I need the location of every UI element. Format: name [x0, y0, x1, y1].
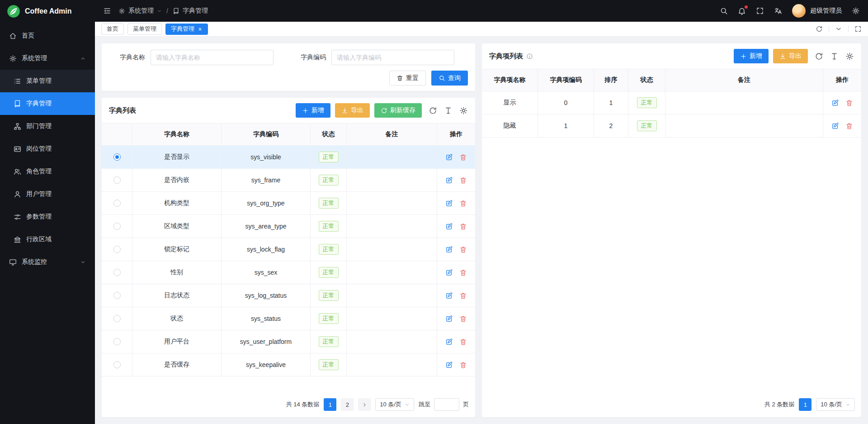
table-row[interactable]: 性别 sys_sex 正常	[102, 261, 475, 284]
settings-gear-icon[interactable]	[852, 7, 860, 15]
content-fullscreen-icon[interactable]	[854, 25, 862, 33]
edit-icon[interactable]	[445, 292, 453, 300]
breadcrumb-parent[interactable]: 系统管理	[128, 7, 154, 15]
edit-icon[interactable]	[445, 315, 453, 323]
table-row[interactable]: 显示 0 1 正常	[482, 91, 861, 114]
breadcrumb-current[interactable]: 字典管理	[183, 7, 208, 15]
table-row[interactable]: 状态 sys_status 正常	[102, 307, 475, 330]
tab-options-chevron-icon[interactable]	[835, 25, 842, 33]
edit-icon[interactable]	[445, 176, 453, 184]
sidebar-item-menu-mgmt[interactable]: 菜单管理	[0, 70, 95, 92]
table-row[interactable]: 用户平台 sys_user_platform 正常	[102, 330, 475, 353]
sidebar-item-role-mgmt[interactable]: 角色管理	[0, 160, 95, 183]
export-dict-button[interactable]: 导出	[335, 103, 370, 118]
sidebar-group-monitor[interactable]: 系统监控	[0, 251, 95, 273]
avatar[interactable]	[792, 4, 806, 18]
delete-icon[interactable]	[459, 153, 467, 161]
dict-name-input[interactable]	[151, 50, 274, 65]
sidebar-toggle-icon[interactable]	[103, 7, 111, 15]
delete-icon[interactable]	[459, 292, 467, 300]
tab-menu-mgmt[interactable]: 菜单管理	[127, 24, 162, 35]
sidebar-item-dict-mgmt[interactable]: 字典管理	[0, 92, 95, 115]
row-radio[interactable]	[113, 338, 121, 345]
page-button-1[interactable]: 1	[324, 398, 336, 411]
edit-icon[interactable]	[445, 361, 453, 369]
table-row[interactable]: 隐藏 1 2 正常	[482, 114, 861, 138]
fullscreen-icon[interactable]	[756, 7, 764, 15]
notifications-bell-icon[interactable]	[738, 7, 746, 15]
reload-table-icon[interactable]	[815, 52, 823, 61]
next-page-button[interactable]	[358, 398, 371, 411]
sidebar-item-home[interactable]: 首页	[0, 24, 95, 47]
row-radio[interactable]	[113, 269, 121, 276]
table-row[interactable]: 是否显示 sys_visible 正常	[102, 146, 475, 169]
translate-icon[interactable]	[774, 7, 782, 15]
row-radio[interactable]	[113, 176, 121, 184]
dict-code-cell: sys_frame	[222, 169, 311, 191]
reset-button[interactable]: 重置	[389, 71, 426, 86]
table-settings-gear-icon[interactable]	[845, 52, 854, 61]
edit-icon[interactable]	[445, 200, 453, 207]
delete-icon[interactable]	[845, 99, 853, 107]
user-name[interactable]: 超级管理员	[810, 7, 842, 15]
table-density-icon[interactable]	[444, 106, 453, 115]
row-radio[interactable]	[113, 246, 121, 253]
info-icon[interactable]	[526, 53, 533, 60]
close-tab-icon[interactable]	[198, 27, 203, 32]
edit-icon[interactable]	[445, 269, 453, 276]
page-size-select[interactable]: 10 条/页	[816, 398, 855, 411]
delete-icon[interactable]	[459, 176, 467, 184]
page-size-select[interactable]: 10 条/页	[375, 398, 414, 411]
sidebar-item-region-mgmt[interactable]: 行政区域	[0, 228, 95, 251]
delete-icon[interactable]	[459, 200, 467, 207]
delete-icon[interactable]	[845, 122, 853, 130]
tab-dict-mgmt[interactable]: 字典管理	[165, 24, 208, 35]
remark-cell	[347, 307, 437, 330]
jump-page-input[interactable]	[434, 398, 459, 411]
row-radio[interactable]	[113, 361, 121, 368]
page-button-1[interactable]: 1	[799, 398, 811, 411]
sidebar-item-user-mgmt[interactable]: 用户管理	[0, 183, 95, 205]
table-row[interactable]: 锁定标记 sys_lock_flag 正常	[102, 238, 475, 261]
sidebar-item-post-mgmt[interactable]: 岗位管理	[0, 138, 95, 160]
edit-icon[interactable]	[445, 338, 453, 346]
table-row[interactable]: 区域类型 sys_area_type 正常	[102, 215, 475, 238]
page-button-2[interactable]: 2	[341, 398, 354, 411]
edit-icon[interactable]	[445, 223, 453, 230]
refresh-cache-button[interactable]: 刷新缓存	[374, 103, 422, 118]
delete-icon[interactable]	[459, 361, 467, 369]
table-settings-gear-icon[interactable]	[459, 106, 468, 115]
delete-icon[interactable]	[459, 269, 467, 276]
tab-home[interactable]: 首页	[101, 24, 124, 35]
edit-icon[interactable]	[831, 99, 839, 107]
refresh-tabs-icon[interactable]	[816, 25, 823, 33]
edit-icon[interactable]	[445, 246, 453, 253]
sidebar-item-dept-mgmt[interactable]: 部门管理	[0, 115, 95, 138]
table-density-icon[interactable]	[830, 52, 839, 61]
table-row[interactable]: 是否内嵌 sys_frame 正常	[102, 169, 475, 192]
delete-icon[interactable]	[459, 315, 467, 323]
row-radio[interactable]	[113, 153, 121, 161]
search-icon[interactable]	[720, 7, 728, 15]
edit-icon[interactable]	[445, 153, 453, 161]
table-row[interactable]: 机构类型 sys_org_type 正常	[102, 192, 475, 215]
delete-icon[interactable]	[459, 223, 467, 230]
table-row[interactable]: 是否缓存 sys_keepalive 正常	[102, 353, 475, 376]
sidebar-group-system[interactable]: 系统管理	[0, 47, 95, 70]
row-radio[interactable]	[113, 223, 121, 230]
delete-icon[interactable]	[459, 338, 467, 346]
reload-table-icon[interactable]	[429, 106, 437, 115]
row-radio[interactable]	[113, 200, 121, 207]
dict-code-input[interactable]	[331, 50, 454, 65]
edit-icon[interactable]	[831, 122, 839, 130]
row-radio[interactable]	[113, 292, 121, 299]
add-dict-item-button[interactable]: 新增	[734, 49, 769, 63]
add-dict-button[interactable]: 新增	[296, 103, 330, 118]
table-row[interactable]: 日志状态 sys_log_status 正常	[102, 284, 475, 307]
app-logo[interactable]: Coffee Admin	[0, 0, 95, 23]
sidebar-item-param-mgmt[interactable]: 参数管理	[0, 205, 95, 228]
export-dict-item-button[interactable]: 导出	[773, 49, 808, 63]
delete-icon[interactable]	[459, 246, 467, 253]
row-radio[interactable]	[113, 315, 121, 322]
query-button[interactable]: 查询	[431, 71, 468, 86]
